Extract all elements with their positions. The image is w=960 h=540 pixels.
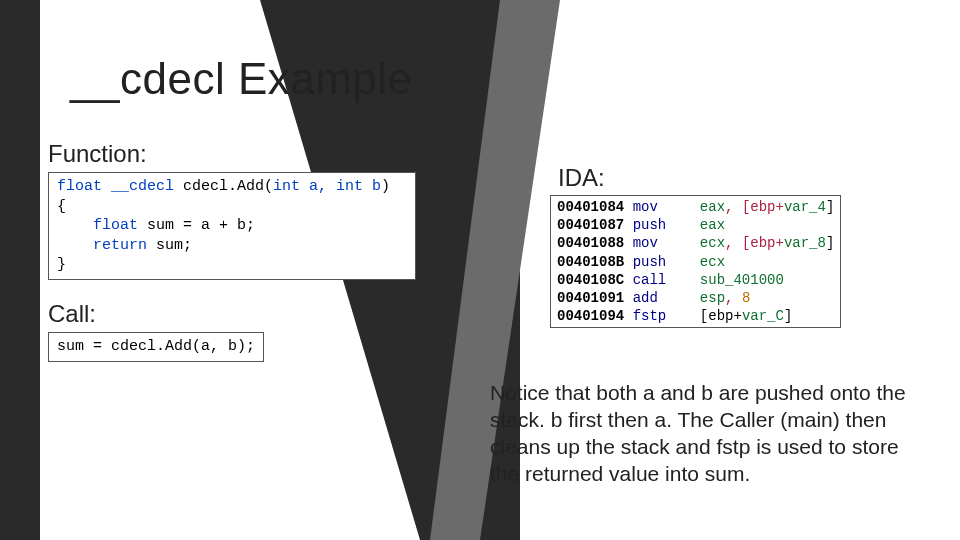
code-token: sum =: [57, 338, 111, 355]
code-token: ): [381, 178, 390, 195]
code-token: return: [57, 237, 156, 254]
slide: __cdecl Example Function: Call: IDA: flo…: [0, 0, 960, 540]
code-token: cdecl.Add(a, b);: [111, 338, 255, 355]
label-call: Call:: [48, 300, 96, 328]
label-ida: IDA:: [558, 164, 605, 192]
code-token: sum;: [156, 237, 192, 254]
code-token: float __cdecl: [57, 178, 183, 195]
call-code-block: sum = cdecl.Add(a, b);: [48, 332, 264, 362]
code-token: cdecl.Add(: [183, 178, 273, 195]
svg-marker-0: [0, 0, 40, 540]
code-token: sum = a + b;: [147, 217, 255, 234]
function-code-block: float __cdecl cdecl.Add(int a, int b) { …: [48, 172, 416, 280]
code-token: int a, int b: [273, 178, 381, 195]
ida-disassembly-block: 00401084 mov eax, [ebp+var_4] 00401087 p…: [550, 195, 841, 328]
explanation-paragraph: Notice that both a and b are pushed onto…: [490, 380, 925, 488]
slide-title: __cdecl Example: [70, 54, 413, 104]
label-function: Function:: [48, 140, 147, 168]
code-token: float: [57, 217, 147, 234]
